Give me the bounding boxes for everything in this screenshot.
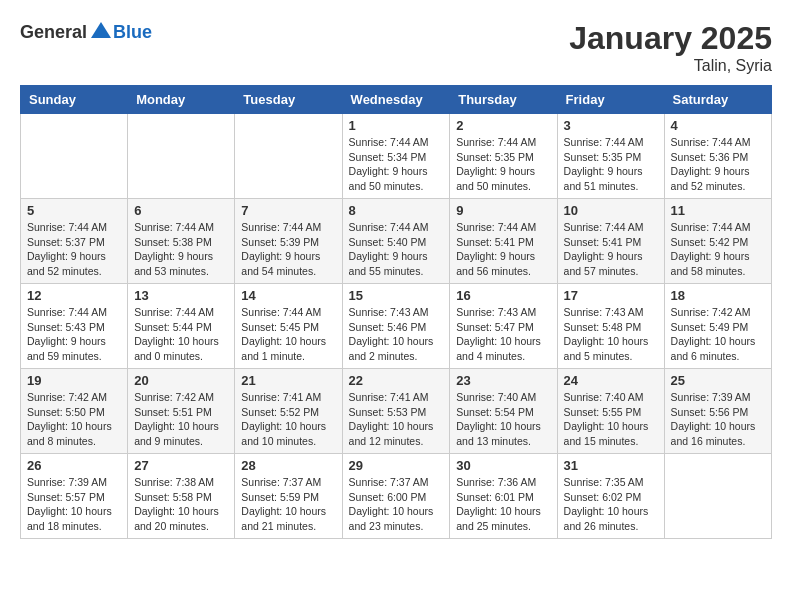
logo-blue-text: Blue: [113, 22, 152, 43]
calendar-cell: 21Sunrise: 7:41 AM Sunset: 5:52 PM Dayli…: [235, 369, 342, 454]
calendar-cell: 19Sunrise: 7:42 AM Sunset: 5:50 PM Dayli…: [21, 369, 128, 454]
day-info: Sunrise: 7:38 AM Sunset: 5:58 PM Dayligh…: [134, 475, 228, 534]
day-number: 9: [456, 203, 550, 218]
day-info: Sunrise: 7:44 AM Sunset: 5:40 PM Dayligh…: [349, 220, 444, 279]
day-number: 16: [456, 288, 550, 303]
day-info: Sunrise: 7:41 AM Sunset: 5:52 PM Dayligh…: [241, 390, 335, 449]
day-info: Sunrise: 7:44 AM Sunset: 5:36 PM Dayligh…: [671, 135, 765, 194]
weekday-header-thursday: Thursday: [450, 86, 557, 114]
day-info: Sunrise: 7:43 AM Sunset: 5:47 PM Dayligh…: [456, 305, 550, 364]
day-info: Sunrise: 7:44 AM Sunset: 5:35 PM Dayligh…: [456, 135, 550, 194]
day-number: 21: [241, 373, 335, 388]
day-info: Sunrise: 7:44 AM Sunset: 5:41 PM Dayligh…: [456, 220, 550, 279]
day-number: 3: [564, 118, 658, 133]
calendar-cell: [21, 114, 128, 199]
calendar-cell: 20Sunrise: 7:42 AM Sunset: 5:51 PM Dayli…: [128, 369, 235, 454]
day-number: 23: [456, 373, 550, 388]
weekday-header-tuesday: Tuesday: [235, 86, 342, 114]
day-info: Sunrise: 7:44 AM Sunset: 5:45 PM Dayligh…: [241, 305, 335, 364]
day-info: Sunrise: 7:44 AM Sunset: 5:37 PM Dayligh…: [27, 220, 121, 279]
day-info: Sunrise: 7:40 AM Sunset: 5:55 PM Dayligh…: [564, 390, 658, 449]
calendar-cell: 30Sunrise: 7:36 AM Sunset: 6:01 PM Dayli…: [450, 454, 557, 539]
day-info: Sunrise: 7:35 AM Sunset: 6:02 PM Dayligh…: [564, 475, 658, 534]
day-info: Sunrise: 7:41 AM Sunset: 5:53 PM Dayligh…: [349, 390, 444, 449]
day-info: Sunrise: 7:42 AM Sunset: 5:49 PM Dayligh…: [671, 305, 765, 364]
calendar-cell: 11Sunrise: 7:44 AM Sunset: 5:42 PM Dayli…: [664, 199, 771, 284]
calendar-cell: 28Sunrise: 7:37 AM Sunset: 5:59 PM Dayli…: [235, 454, 342, 539]
weekday-header-wednesday: Wednesday: [342, 86, 450, 114]
day-info: Sunrise: 7:44 AM Sunset: 5:42 PM Dayligh…: [671, 220, 765, 279]
day-number: 12: [27, 288, 121, 303]
day-number: 15: [349, 288, 444, 303]
day-number: 29: [349, 458, 444, 473]
day-info: Sunrise: 7:44 AM Sunset: 5:44 PM Dayligh…: [134, 305, 228, 364]
day-number: 19: [27, 373, 121, 388]
day-number: 11: [671, 203, 765, 218]
calendar-cell: 13Sunrise: 7:44 AM Sunset: 5:44 PM Dayli…: [128, 284, 235, 369]
week-row-4: 19Sunrise: 7:42 AM Sunset: 5:50 PM Dayli…: [21, 369, 772, 454]
day-number: 24: [564, 373, 658, 388]
day-info: Sunrise: 7:39 AM Sunset: 5:57 PM Dayligh…: [27, 475, 121, 534]
day-number: 5: [27, 203, 121, 218]
calendar-cell: 14Sunrise: 7:44 AM Sunset: 5:45 PM Dayli…: [235, 284, 342, 369]
day-number: 25: [671, 373, 765, 388]
day-number: 6: [134, 203, 228, 218]
calendar-cell: [235, 114, 342, 199]
day-info: Sunrise: 7:37 AM Sunset: 5:59 PM Dayligh…: [241, 475, 335, 534]
week-row-3: 12Sunrise: 7:44 AM Sunset: 5:43 PM Dayli…: [21, 284, 772, 369]
calendar-cell: 24Sunrise: 7:40 AM Sunset: 5:55 PM Dayli…: [557, 369, 664, 454]
calendar-cell: 22Sunrise: 7:41 AM Sunset: 5:53 PM Dayli…: [342, 369, 450, 454]
calendar-cell: 5Sunrise: 7:44 AM Sunset: 5:37 PM Daylig…: [21, 199, 128, 284]
day-number: 10: [564, 203, 658, 218]
calendar-cell: 2Sunrise: 7:44 AM Sunset: 5:35 PM Daylig…: [450, 114, 557, 199]
calendar-cell: 1Sunrise: 7:44 AM Sunset: 5:34 PM Daylig…: [342, 114, 450, 199]
day-number: 1: [349, 118, 444, 133]
calendar-cell: 12Sunrise: 7:44 AM Sunset: 5:43 PM Dayli…: [21, 284, 128, 369]
day-number: 26: [27, 458, 121, 473]
day-number: 17: [564, 288, 658, 303]
day-info: Sunrise: 7:44 AM Sunset: 5:34 PM Dayligh…: [349, 135, 444, 194]
day-number: 7: [241, 203, 335, 218]
day-number: 20: [134, 373, 228, 388]
calendar-table: SundayMondayTuesdayWednesdayThursdayFrid…: [20, 85, 772, 539]
calendar-cell: 29Sunrise: 7:37 AM Sunset: 6:00 PM Dayli…: [342, 454, 450, 539]
calendar-cell: 27Sunrise: 7:38 AM Sunset: 5:58 PM Dayli…: [128, 454, 235, 539]
page-header: General Blue January 2025 Talin, Syria: [20, 20, 772, 75]
day-info: Sunrise: 7:37 AM Sunset: 6:00 PM Dayligh…: [349, 475, 444, 534]
day-number: 18: [671, 288, 765, 303]
day-number: 2: [456, 118, 550, 133]
weekday-header-sunday: Sunday: [21, 86, 128, 114]
day-info: Sunrise: 7:42 AM Sunset: 5:50 PM Dayligh…: [27, 390, 121, 449]
day-number: 27: [134, 458, 228, 473]
calendar-cell: 7Sunrise: 7:44 AM Sunset: 5:39 PM Daylig…: [235, 199, 342, 284]
week-row-5: 26Sunrise: 7:39 AM Sunset: 5:57 PM Dayli…: [21, 454, 772, 539]
month-title: January 2025: [569, 20, 772, 57]
day-info: Sunrise: 7:36 AM Sunset: 6:01 PM Dayligh…: [456, 475, 550, 534]
calendar-cell: 23Sunrise: 7:40 AM Sunset: 5:54 PM Dayli…: [450, 369, 557, 454]
weekday-header-row: SundayMondayTuesdayWednesdayThursdayFrid…: [21, 86, 772, 114]
day-number: 8: [349, 203, 444, 218]
day-number: 30: [456, 458, 550, 473]
calendar-cell: 26Sunrise: 7:39 AM Sunset: 5:57 PM Dayli…: [21, 454, 128, 539]
svg-marker-0: [91, 22, 111, 38]
calendar-cell: 17Sunrise: 7:43 AM Sunset: 5:48 PM Dayli…: [557, 284, 664, 369]
calendar-cell: 31Sunrise: 7:35 AM Sunset: 6:02 PM Dayli…: [557, 454, 664, 539]
logo: General Blue: [20, 20, 152, 44]
day-info: Sunrise: 7:39 AM Sunset: 5:56 PM Dayligh…: [671, 390, 765, 449]
day-info: Sunrise: 7:43 AM Sunset: 5:48 PM Dayligh…: [564, 305, 658, 364]
logo-icon: [89, 20, 113, 44]
calendar-cell: 25Sunrise: 7:39 AM Sunset: 5:56 PM Dayli…: [664, 369, 771, 454]
day-number: 28: [241, 458, 335, 473]
title-section: January 2025 Talin, Syria: [569, 20, 772, 75]
day-number: 22: [349, 373, 444, 388]
calendar-cell: 3Sunrise: 7:44 AM Sunset: 5:35 PM Daylig…: [557, 114, 664, 199]
week-row-1: 1Sunrise: 7:44 AM Sunset: 5:34 PM Daylig…: [21, 114, 772, 199]
day-info: Sunrise: 7:44 AM Sunset: 5:41 PM Dayligh…: [564, 220, 658, 279]
calendar-cell: 18Sunrise: 7:42 AM Sunset: 5:49 PM Dayli…: [664, 284, 771, 369]
day-info: Sunrise: 7:44 AM Sunset: 5:43 PM Dayligh…: [27, 305, 121, 364]
day-info: Sunrise: 7:44 AM Sunset: 5:35 PM Dayligh…: [564, 135, 658, 194]
day-info: Sunrise: 7:44 AM Sunset: 5:39 PM Dayligh…: [241, 220, 335, 279]
calendar-cell: 8Sunrise: 7:44 AM Sunset: 5:40 PM Daylig…: [342, 199, 450, 284]
calendar-cell: 16Sunrise: 7:43 AM Sunset: 5:47 PM Dayli…: [450, 284, 557, 369]
day-number: 31: [564, 458, 658, 473]
